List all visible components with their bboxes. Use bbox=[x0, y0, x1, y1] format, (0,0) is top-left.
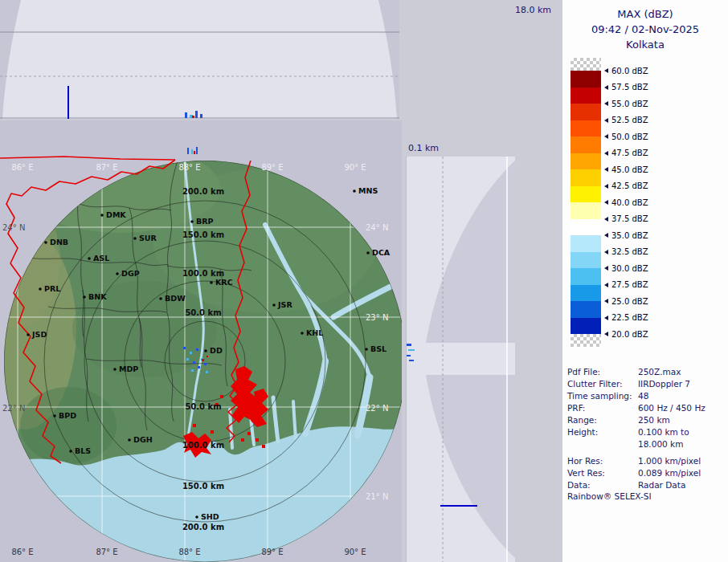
dbz-scale-label: 40.0 dBZ bbox=[604, 198, 648, 207]
dbz-scale-value: 27.5 dBZ bbox=[611, 280, 648, 289]
product-info-block: Pdf File:250Z.maxClutter Filter:IIRDoppl… bbox=[567, 366, 725, 491]
city-dot bbox=[27, 333, 30, 336]
colorbar-band bbox=[571, 301, 601, 318]
scale-tick-arrow-icon bbox=[604, 299, 608, 303]
info-row: Height:0.100 km to bbox=[567, 426, 725, 438]
info-key: Vert Res: bbox=[567, 467, 638, 479]
dbz-scale-value: 47.5 dBZ bbox=[611, 149, 648, 157]
dbz-scale-value: 30.0 dBZ bbox=[611, 264, 648, 273]
dbz-scale-label: 32.5 dBZ bbox=[604, 247, 648, 257]
scale-tick-arrow-icon bbox=[604, 134, 608, 139]
info-key: PRF: bbox=[567, 402, 638, 414]
info-row: PRF:600 Hz / 450 Hz bbox=[567, 402, 725, 414]
city-dot bbox=[365, 348, 368, 351]
info-key: Data: bbox=[567, 479, 638, 491]
info-key: Pdf File: bbox=[567, 366, 638, 378]
city-label: SHD bbox=[201, 512, 219, 521]
range-ring-label: 100.0 km bbox=[182, 441, 224, 450]
info-row: Data:Radar Data bbox=[567, 479, 725, 491]
range-ring-label: 100.0 km bbox=[182, 269, 224, 278]
colorbar-band bbox=[571, 186, 601, 203]
colorbar-overflow-cap bbox=[571, 334, 601, 347]
latitude-label: 22° N bbox=[366, 404, 388, 413]
colorbar-band bbox=[571, 88, 601, 104]
colorbar-band bbox=[571, 120, 601, 137]
info-value: 0.089 km/pixel bbox=[638, 467, 701, 479]
info-row: Time sampling:48 bbox=[567, 390, 725, 402]
beam-limit-shading bbox=[426, 161, 515, 343]
scale-tick-arrow-icon bbox=[604, 283, 608, 287]
scale-tick-arrow-icon bbox=[604, 68, 608, 73]
scale-tick-arrow-icon bbox=[604, 332, 608, 336]
info-row: Vert Res:0.089 km/pixel bbox=[567, 467, 725, 479]
dbz-scale-label: 25.0 dBZ bbox=[604, 296, 648, 306]
dbz-scale-value: 55.0 dBZ bbox=[611, 100, 648, 108]
colorbar-band bbox=[571, 318, 601, 335]
scale-tick-arrow-icon bbox=[604, 266, 608, 271]
colorbar-band bbox=[571, 285, 601, 302]
longitude-label: 90° E bbox=[344, 548, 366, 556]
top-projection-plot bbox=[0, 0, 399, 119]
colorbar-band bbox=[571, 219, 601, 236]
info-value: 0.100 km to bbox=[638, 426, 689, 438]
city-label: JSD bbox=[31, 330, 47, 339]
dbz-scale-label: 52.5 dBZ bbox=[604, 116, 648, 125]
dbz-scale-label: 45.0 dBZ bbox=[604, 165, 648, 174]
vertical-projection-side-panel[interactable] bbox=[406, 157, 515, 562]
dbz-scale-label: 55.0 dBZ bbox=[604, 99, 648, 108]
colorbar-band bbox=[571, 136, 601, 153]
vertical-projection-top-panel[interactable] bbox=[0, 0, 399, 119]
beam-limit-shading bbox=[0, 0, 21, 119]
dbz-scale-value: 25.0 dBZ bbox=[611, 297, 648, 306]
range-ring-label: 200.0 km bbox=[182, 187, 224, 196]
city-dot bbox=[210, 281, 213, 284]
software-brand: Rainbow® SELEX-SI bbox=[567, 491, 652, 501]
city-label: DNB bbox=[50, 238, 68, 246]
colorbar-band bbox=[571, 153, 601, 170]
city-label: BPD bbox=[59, 411, 76, 420]
city-label: SUR bbox=[139, 234, 157, 242]
info-row: Clutter Filter:IIRDoppler 7 bbox=[567, 378, 725, 390]
range-ring-label: 150.0 km bbox=[182, 230, 224, 239]
scale-tick-arrow-icon bbox=[604, 118, 608, 123]
scale-tick-arrow-icon bbox=[604, 151, 608, 156]
city-label: MNS bbox=[358, 186, 378, 195]
dbz-scale-label: 30.0 dBZ bbox=[604, 263, 648, 273]
radar-display-window: 18.0 km 0.1 km bbox=[0, 0, 728, 562]
range-ring-label: 200.0 km bbox=[182, 523, 224, 531]
city-label: DGP bbox=[121, 269, 140, 278]
colorbar-band bbox=[571, 104, 601, 120]
dbz-scale-value: 42.5 dBZ bbox=[611, 181, 648, 190]
dbz-scale-label: 22.5 dBZ bbox=[604, 313, 648, 323]
longitude-label: 88° E bbox=[178, 548, 200, 556]
latitude-label: 22° N bbox=[2, 404, 25, 413]
city-dot bbox=[88, 257, 91, 260]
side-projection-plot bbox=[407, 157, 515, 562]
colorbar-band bbox=[571, 202, 601, 219]
colorbar-band bbox=[571, 235, 601, 252]
dbz-colorbar bbox=[571, 58, 601, 347]
colorbar-band bbox=[571, 252, 601, 269]
latitude-label: 21° N bbox=[366, 492, 388, 501]
cursor-marker bbox=[67, 86, 69, 119]
radar-map: 86° E86° E87° E87° E88° E88° E89° E89° E… bbox=[0, 120, 402, 562]
city-dot bbox=[204, 349, 207, 352]
colorbar-band bbox=[571, 268, 601, 285]
info-value: Radar Data bbox=[638, 479, 685, 491]
latitude-label: 23° N bbox=[366, 313, 388, 322]
dbz-scale-value: 40.0 dBZ bbox=[611, 198, 648, 207]
dbz-scale-value: 35.0 dBZ bbox=[611, 231, 648, 240]
dbz-scale-label: 37.5 dBZ bbox=[604, 214, 648, 224]
city-dot bbox=[53, 414, 56, 417]
city-dot bbox=[69, 450, 72, 453]
city-dot bbox=[301, 332, 304, 335]
radar-map-panel[interactable]: 86° E86° E87° E87° E88° E88° E89° E89° E… bbox=[0, 120, 402, 562]
city-label: DMK bbox=[106, 210, 126, 219]
scale-tick-arrow-icon bbox=[604, 316, 608, 320]
info-key: Range: bbox=[567, 414, 638, 426]
longitude-label: 87° E bbox=[96, 163, 117, 172]
dbz-scale-value: 22.5 dBZ bbox=[611, 313, 648, 322]
latitude-label: 24° N bbox=[366, 223, 388, 232]
city-label: BLS bbox=[75, 446, 91, 455]
dbz-scale-value: 20.0 dBZ bbox=[611, 330, 648, 339]
